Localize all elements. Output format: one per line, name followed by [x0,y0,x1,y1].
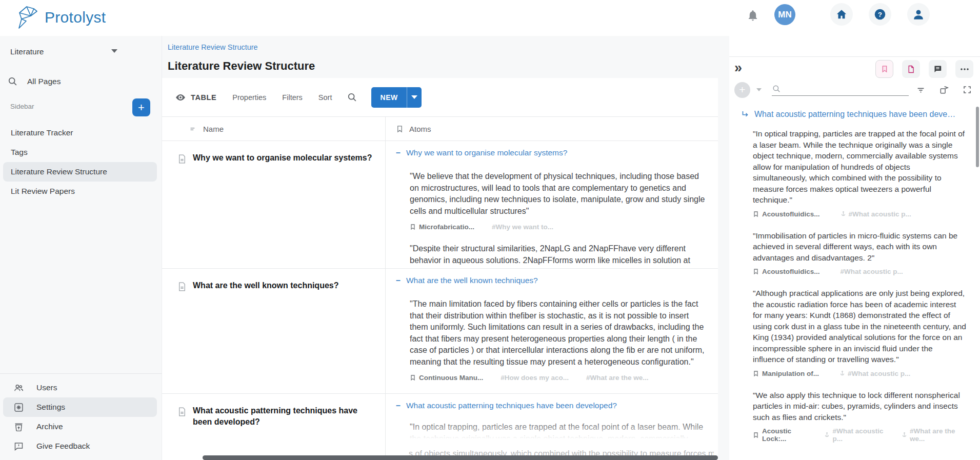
hash-tag[interactable]: #What acoustic p... [824,427,889,443]
atom-group-header[interactable]: – What acoustic patterning techniques ha… [396,401,708,410]
filters-button[interactable]: Filters [282,93,302,102]
hash-tag[interactable]: #What are the we... [586,374,649,382]
bookmark-icon [410,224,416,230]
account-icon [912,8,925,21]
sidebar-item-lit-review-papers[interactable]: Lit Review Papers [3,182,157,201]
properties-button[interactable]: Properties [232,93,266,102]
home-button[interactable] [830,3,853,26]
hash-tag[interactable]: #How does my aco... [501,374,569,382]
send-to-page-icon[interactable] [939,85,949,95]
atom-quote[interactable]: "The main limitation faced by fibers con… [410,298,708,368]
add-atom-button[interactable]: + [734,82,750,98]
user-avatar[interactable]: MN [774,4,795,25]
add-page-button[interactable]: + [132,98,150,116]
table-row[interactable]: What are the well known techniques? – Wh… [162,269,718,394]
sidebar-item-label: Tags [11,148,28,157]
source-tag[interactable]: Acoustofluidics... [753,268,820,275]
branch-arrow-icon [741,110,750,119]
hash-tag[interactable]: #Why we want to... [492,223,553,231]
atom-group-header[interactable]: – What are the well known techniques? [396,276,708,285]
collapse-icon[interactable]: – [396,148,401,157]
source-tag-label: Continuous Manu... [419,374,483,382]
hash-tag[interactable]: #What are the we... [902,427,966,443]
brand-name: Protolyst [45,9,106,26]
atom-group-link[interactable]: Why we want to organise molecular system… [406,148,567,157]
hash-tag[interactable]: #What acoustic p... [841,268,903,275]
more-options-button[interactable] [955,60,973,78]
atom-group-header[interactable]: – Why we want to organise molecular syst… [396,148,708,157]
atom-group-link[interactable]: What acoustic patterning techniques have… [406,401,617,410]
atom-card[interactable]: "Immobilisation of particles in micro-fl… [753,230,966,276]
atom-quote[interactable]: "Despite their structural similarities, … [410,243,708,266]
bookmark-icon [753,432,759,438]
sidebar-item-literature-tracker[interactable]: Literature Tracker [3,123,157,143]
notifications-bell-icon[interactable] [747,9,759,22]
atom-card[interactable]: "Although practical applications are onl… [753,288,966,377]
atoms-header-label: Atoms [409,125,431,133]
all-pages-search[interactable]: All Pages [7,76,61,87]
page-name-cell[interactable]: What acoustic patterning techniques have… [162,394,385,457]
workspace-switcher[interactable]: Literature [10,47,154,56]
filter-icon[interactable] [916,85,926,95]
source-tag[interactable]: Acoustofluidics... [753,210,820,218]
sort-button[interactable]: Sort [318,93,332,102]
pages-tab-button[interactable] [902,60,920,78]
document-icon [177,154,187,164]
sidebar-item-archive[interactable]: Archive [3,417,157,436]
sidebar-item-literature-review-structure[interactable]: Literature Review Structure [3,162,157,182]
new-button[interactable]: NEW [371,87,406,108]
horizontal-scrollbar[interactable] [203,455,718,460]
atom-quote: "Immobilisation of particles in micro-fl… [753,230,966,264]
comments-tab-button[interactable] [929,60,947,78]
hash-tag[interactable]: #What acoustic p... [841,210,911,218]
sidebar-item-settings[interactable]: Settings [3,397,157,417]
atoms-search-input[interactable] [772,84,909,96]
name-column-header[interactable]: Name [162,117,385,141]
hash-tag[interactable]: #What acoustic p... [839,370,910,377]
hash-tag-label: #Why we want to... [492,223,553,231]
brand-logo[interactable]: Protolyst [15,5,106,30]
view-selector[interactable]: TABLE [175,92,216,103]
home-icon [835,8,848,21]
atom-quote[interactable]: "We believe that the development of phys… [410,171,708,217]
table-search-icon[interactable] [347,92,357,103]
atom-card[interactable]: "We also apply this technique to lock di… [753,390,966,443]
source-tag[interactable]: Acoustic Lock:... [753,427,812,443]
new-dropdown-button[interactable] [407,87,422,108]
source-tag[interactable]: Microfabricatio... [410,223,474,231]
account-button[interactable] [907,3,930,26]
page-title: Literature Review Structure [168,59,315,73]
atoms-column-header[interactable]: Atoms [385,117,718,141]
sidebar-item-give-feedback[interactable]: Give Feedback [3,436,157,456]
atoms-panel: » + [729,36,980,460]
vertical-scrollbar[interactable] [976,107,979,167]
active-atom-link[interactable]: What acoustic patterning techniques have… [754,110,955,119]
bookmark-icon [753,268,759,275]
search-icon [7,76,18,87]
source-tag[interactable]: Manipulation of... [753,370,819,377]
panel-divider [729,56,980,57]
collapse-icon[interactable]: – [396,276,401,285]
sidebar-item-users[interactable]: Users [3,378,157,397]
atom-card[interactable]: "In optical trapping, particles are trap… [753,128,966,218]
table-row[interactable]: What acoustic patterning techniques have… [162,394,718,457]
sidebar-item-tags[interactable]: Tags [3,143,157,162]
fullscreen-icon[interactable] [963,85,972,94]
table-row[interactable]: Why we want to organise molecular system… [162,141,718,269]
atoms-tab-button[interactable] [875,60,893,78]
source-tag[interactable]: Continuous Manu... [410,374,483,382]
atom-quote: "In optical trapping, particles are trap… [753,128,966,206]
atom-group-link[interactable]: What are the well known techniques? [406,276,538,285]
breadcrumb[interactable]: Literature Review Structure [168,43,258,51]
main-content: Literature Review Structure Literature R… [162,36,729,460]
page-name-cell[interactable]: Why we want to organise molecular system… [162,141,385,268]
hash-tag-label: #How does my aco... [501,374,569,382]
bookmark-icon [410,374,416,381]
collapse-icon[interactable]: – [396,401,401,410]
page-name-cell[interactable]: What are the well known techniques? [162,269,385,393]
view-label: TABLE [191,93,216,102]
collapse-panel-icon[interactable]: » [734,59,742,76]
active-atom-row[interactable]: What acoustic patterning techniques have… [741,110,971,119]
page-name: What acoustic patterning techniques have… [193,405,362,428]
help-button[interactable]: ? [869,3,891,26]
